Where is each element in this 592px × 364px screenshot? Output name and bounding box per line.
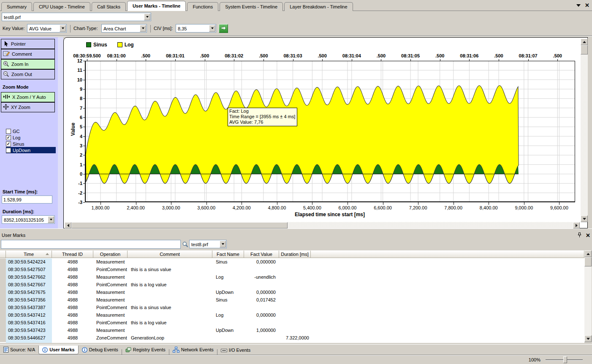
file-selector-dropdown-button[interactable]	[144, 14, 150, 20]
chart-hscroll-thumb[interactable]	[71, 222, 288, 228]
chevron-down-icon	[211, 27, 214, 29]
tool-button-zoom-in[interactable]: Zoom In	[1, 59, 55, 69]
table-row[interactable]: 08:30:59.54242244988MeasurementSinus0,00…	[0, 258, 584, 266]
x-axis-tick-label: 9,000.00	[515, 205, 533, 210]
x-axis-tick-label: 2,400.00	[127, 205, 145, 210]
cell-factvalue: 0,000000	[244, 312, 279, 319]
checkbox-unchecked[interactable]	[6, 129, 11, 134]
table-row[interactable]: 08:30:59.54373564988MeasurementSinus0,01…	[0, 296, 584, 304]
table-scroll-up-button[interactable]	[584, 250, 592, 257]
column-header-duration[interactable]: Duration [ms]	[279, 250, 311, 258]
duration-combo[interactable]: 8352,10931325105	[2, 215, 55, 224]
file-selector-combo[interactable]: test8.prf	[2, 13, 151, 21]
cell-operation: ZoneComment	[93, 334, 128, 342]
zoom-slider-thumb[interactable]	[563, 356, 567, 363]
chart-type-dropdown-button[interactable]	[140, 25, 146, 32]
series-toggle-sinus[interactable]: ✓Sinus	[6, 141, 56, 147]
table-row[interactable]: 08:30:59.54374164988PointCommentthis is …	[0, 319, 584, 327]
chart-vscroll-thumb[interactable]	[581, 45, 588, 54]
tool-button-pointer[interactable]: Pointer	[1, 39, 55, 49]
cell-operation: Measurement	[93, 258, 128, 266]
series-toggle-updown[interactable]: UpDown	[6, 147, 56, 153]
tab-cpu-usage-timeline[interactable]: CPU Usage - Timeline	[33, 2, 90, 11]
column-header-factvalue[interactable]: Fact Value	[244, 250, 279, 258]
apply-button[interactable]	[219, 24, 228, 33]
checkbox-checked[interactable]: ✓	[6, 135, 11, 140]
x-axis-tick	[136, 202, 136, 205]
table-row[interactable]: 08:30:59.54275074988PointCommentthis is …	[0, 266, 584, 274]
chart-plot-area[interactable]	[85, 61, 575, 202]
start-time-input[interactable]	[2, 196, 52, 204]
event-tab-user-marks[interactable]: User Marks	[38, 345, 78, 354]
tab-user-marks-timeline[interactable]: User Marks - Timeline	[127, 1, 186, 11]
go-arrow-icon	[221, 25, 226, 32]
marks-file-combo[interactable]: test8.prf	[189, 240, 227, 248]
column-header-time[interactable]: Time	[6, 250, 52, 258]
cell-duration: 7.322,0000	[279, 334, 311, 342]
event-tab-i-o-events[interactable]: I/O Events	[217, 346, 254, 355]
duration-dropdown-button[interactable]	[48, 216, 54, 223]
table-row[interactable]: 08:30:59.54374234988MeasurementUpDown1,0…	[0, 327, 584, 334]
event-tab-debug-events[interactable]: Debug Events	[79, 345, 122, 354]
checkbox-checked[interactable]: ✓	[6, 141, 11, 147]
panel-splitter[interactable]	[0, 228, 592, 231]
table-row[interactable]: 08:30:59.54276674988PointCommentthis is …	[0, 281, 584, 289]
start-time-label: Start Time [ms]:	[3, 189, 38, 194]
chart-scroll-left-button[interactable]	[65, 222, 71, 228]
table-row[interactable]: 08:30:59.54374124988MeasurementLog0,0000…	[0, 312, 584, 319]
key-value-dropdown[interactable]: AVG Value	[27, 24, 67, 33]
column-header-operation[interactable]: Operation	[93, 250, 128, 258]
table-row-partial	[6, 342, 52, 343]
panel-title: User Marks	[2, 233, 25, 238]
tab-system-events-timeline[interactable]: System Events - Timeline	[220, 2, 283, 11]
top-axis-tick-label: .500	[553, 53, 562, 58]
zoom-slider[interactable]	[546, 359, 583, 361]
table-row[interactable]: 08:30:59.54276754988MeasurementUpDown0,0…	[0, 289, 584, 296]
pin-icon[interactable]	[577, 232, 582, 239]
search-input[interactable]	[1, 240, 181, 249]
column-header-factname[interactable]: Fact Name	[212, 250, 244, 258]
close-panel-icon[interactable]: ✕	[586, 233, 590, 238]
toolbar-divider	[0, 35, 592, 36]
duration-value: 8352,10931325105	[4, 216, 47, 224]
table-row[interactable]: 08:30:59.54276624988MeasurementLog-unend…	[0, 274, 584, 281]
key-value-dropdown-button[interactable]	[60, 25, 66, 32]
series-toggle-log[interactable]: ✓Log	[6, 134, 56, 141]
close-tab-icon[interactable]: ✕	[585, 3, 589, 8]
chart-type-dropdown[interactable]: Area Chart	[101, 24, 147, 33]
tool-button-zoom-out[interactable]: Zoom Out	[1, 69, 55, 79]
event-tab-registry-events[interactable]: Registry Events	[122, 345, 169, 354]
column-header-thread[interactable]: Thread ID	[52, 250, 93, 258]
marks-file-dropdown-button[interactable]	[220, 241, 226, 247]
chart-scroll-up-button[interactable]	[581, 38, 588, 45]
column-header-gutter[interactable]	[0, 250, 6, 258]
table-row[interactable]: 08:30:59.54466274988ZoneCommentGeneratio…	[0, 334, 584, 342]
search-icon[interactable]	[182, 241, 189, 249]
tool-button-comment[interactable]: Comment	[1, 49, 55, 59]
event-tab-source-n-a[interactable]: Source: N/A	[0, 345, 38, 354]
tab-functions[interactable]: Functions	[187, 2, 218, 11]
chart-scroll-right-button[interactable]	[573, 222, 580, 228]
zoom-mode-xy-zoom[interactable]: XY Zoom	[1, 102, 55, 112]
table-scroll-down-button[interactable]	[584, 335, 592, 342]
tab-summary[interactable]: Summary	[1, 2, 32, 11]
civ-dropdown-button[interactable]	[209, 25, 215, 32]
table-row[interactable]: 08:30:59.54373874988PointCommentthis is …	[0, 304, 584, 312]
column-header-comment[interactable]: Comment	[128, 250, 212, 258]
x-axis-tick-label: 4,200.00	[233, 205, 251, 210]
checkbox-unchecked[interactable]	[6, 148, 11, 153]
tool-label: Pointer	[11, 41, 26, 46]
chart-scroll-down-button[interactable]	[581, 215, 588, 222]
series-toggle-gc[interactable]: GC	[6, 128, 56, 134]
comment-icon	[3, 51, 10, 57]
cell-duration	[279, 296, 311, 304]
tab-call-stacks[interactable]: Call Stacks	[92, 2, 126, 11]
civ-combo[interactable]: 8,35	[176, 24, 216, 33]
zoom-mode-x-zoom-y-auto[interactable]: X Zoom / Y Auto	[1, 92, 55, 102]
tab-list-dropdown-icon[interactable]	[576, 4, 581, 7]
event-tab-network-events[interactable]: Network Events	[169, 345, 217, 354]
chart-vertical-scrollbar[interactable]	[581, 38, 588, 222]
tab-layer-breakdown-timeline[interactable]: Layer Breakdown - Timeline	[284, 2, 353, 11]
cell-comment: GenerationLoop	[128, 334, 212, 342]
table-vscroll-thumb[interactable]	[584, 257, 592, 266]
